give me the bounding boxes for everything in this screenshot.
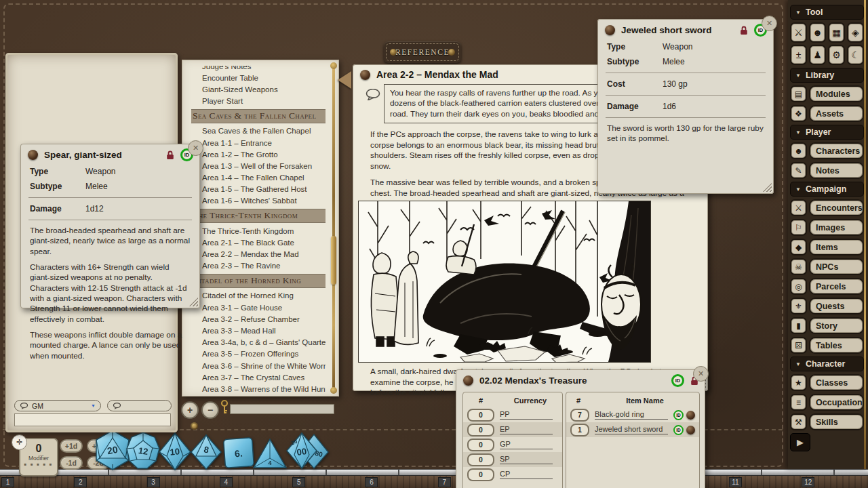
hotbar-slot[interactable]: 5: [292, 476, 365, 488]
close-icon[interactable]: ✕: [693, 366, 709, 382]
reference-index-entry[interactable]: Area 3-4a, b, c & d – Giants' Quarters: [191, 337, 326, 348]
quantity-stepper[interactable]: 0: [467, 468, 494, 481]
skills-button[interactable]: ⚒ Skills: [790, 413, 864, 430]
item-sphere-icon[interactable]: [605, 25, 615, 35]
reference-index-entry[interactable]: Area 1-4 – The Fallen Chapel: [191, 172, 326, 184]
hotbar-slot[interactable]: 3: [147, 476, 220, 488]
reference-index-entry[interactable]: Sea Caves & the Fallen Chapel: [191, 109, 326, 123]
reference-index-entry[interactable]: Player Start: [191, 96, 326, 107]
occupations-button[interactable]: ≡ Occupations: [790, 394, 864, 411]
play-button[interactable]: ▶: [790, 433, 810, 451]
quests-button[interactable]: ⚜ Quests: [790, 298, 864, 314]
reference-index-entry[interactable]: Area 3-2 – Refuse Chamber: [191, 313, 326, 325]
quantity-stepper[interactable]: 0: [467, 409, 494, 422]
reference-index-entry[interactable]: The Thrice-Tenth Kingdom: [191, 209, 326, 223]
reference-index-entry[interactable]: Encounter Table: [191, 72, 326, 83]
assets-button[interactable]: ❖ Assets: [790, 105, 864, 122]
reference-index-entry[interactable]: Giant-Sized Weapons: [191, 83, 326, 95]
d10-die[interactable]: 10: [158, 432, 192, 471]
tables-button[interactable]: ⚄ Tables: [790, 337, 864, 354]
zoom-in-button[interactable]: +: [181, 401, 199, 419]
images-button[interactable]: ⚐ Images: [790, 219, 864, 236]
chat-input[interactable]: [14, 413, 171, 426]
close-icon[interactable]: ✕: [762, 16, 777, 31]
sidebar-section-tool[interactable]: ▼ Tool: [790, 5, 864, 20]
parcel-item-name[interactable]: Black-gold ring: [595, 410, 668, 420]
reference-zoom-slider[interactable]: [230, 404, 334, 414]
reference-index-entry[interactable]: Area 3-8 – Warrens of the Wild Hunt: [191, 383, 326, 392]
reference-index-entry[interactable]: Area 3-6 – Shrine of the White Worm: [191, 360, 326, 371]
reference-index-entry[interactable]: Citadel of the Horned King: [191, 290, 326, 302]
sword-titlebar[interactable]: Jeweled short sword ID: [597, 19, 774, 39]
quantity-stepper[interactable]: 0: [467, 439, 494, 451]
d12-die[interactable]: 12: [126, 431, 160, 470]
sidebar-section-campaign[interactable]: ▼ Campaign: [790, 182, 864, 197]
parcel-item-row[interactable]: 7 Black-gold ring ID: [566, 407, 699, 422]
dice-adjust-button[interactable]: +1d: [60, 439, 83, 453]
close-icon[interactable]: ✕: [188, 140, 203, 156]
item-link-sphere-icon[interactable]: [686, 411, 695, 420]
story-link-sphere-icon[interactable]: [360, 70, 370, 80]
lighting-icon[interactable]: ☾: [847, 45, 864, 65]
reference-index-entry[interactable]: Area 1-3 – Well of the Forsaken: [191, 160, 326, 171]
reference-index-entry[interactable]: Area 2-2 – Mendax the Mad: [191, 248, 326, 260]
spear-titlebar[interactable]: Spear, giant-sized ID: [20, 144, 200, 164]
sidebar-section-player[interactable]: ▼ Player: [790, 125, 864, 140]
hotbar-slot[interactable]: 11: [729, 476, 802, 488]
sidebar-section-character[interactable]: ▼ Character: [790, 357, 864, 371]
reference-index-entry[interactable]: Area 1-6 – Witches' Sabbat: [191, 195, 326, 207]
resize-grip[interactable]: [763, 183, 772, 192]
d100-die[interactable]: 80 20 00: [285, 432, 330, 471]
scrollbar-handle[interactable]: [331, 236, 336, 285]
parcels-button[interactable]: ◎ Parcels: [790, 278, 864, 295]
encounters-button[interactable]: ⚔ Encounters: [790, 199, 864, 216]
reference-index-entry[interactable]: Sea Caves & the Fallen Chapel: [191, 125, 326, 137]
dice-adjust-button[interactable]: -1d: [60, 456, 83, 470]
id-badge[interactable]: ID: [671, 374, 684, 387]
notes-button[interactable]: ✎ Notes: [790, 162, 864, 179]
hotbar-slot[interactable]: 6: [365, 476, 437, 488]
items-button[interactable]: ◆ Items: [790, 239, 864, 256]
parcel-titlebar[interactable]: 02.02 Mendax's Treasure ID: [456, 369, 705, 390]
chat-mode-pill[interactable]: [107, 400, 172, 411]
hotbar-slot[interactable]: 4: [220, 476, 292, 488]
parcel-sphere-icon[interactable]: [463, 375, 473, 386]
item-sphere-icon[interactable]: [28, 150, 38, 160]
npcs-button[interactable]: ☠ NPCs: [790, 258, 864, 275]
d4-die[interactable]: 4: [252, 438, 288, 469]
modifier-drag-handle[interactable]: ✛: [12, 434, 27, 450]
quantity-stepper[interactable]: 0: [467, 453, 494, 466]
page-back-arrow[interactable]: [338, 71, 351, 89]
reference-index-entry[interactable]: Area 2-3 – The Ravine: [191, 260, 326, 272]
parcel-item-row[interactable]: 1 Jeweled short sword ID: [566, 422, 699, 437]
quantity-stepper[interactable]: 1: [570, 424, 589, 436]
d6-die[interactable]: 6.: [222, 436, 255, 469]
quantity-stepper[interactable]: 7: [570, 409, 589, 422]
reference-index-entry[interactable]: The Thrice-Tenth Kingdom: [191, 225, 326, 237]
reference-index-entry[interactable]: Area 1-1 – Entrance: [191, 137, 326, 148]
id-badge[interactable]: ID: [673, 410, 684, 420]
index-scrollbar[interactable]: [332, 66, 335, 390]
item-link-sphere-icon[interactable]: [686, 426, 695, 434]
hotbar-slot[interactable]: 12: [802, 476, 868, 488]
reference-index-entry[interactable]: Area 1-2 – The Grotto: [191, 148, 326, 160]
classes-button[interactable]: ★ Classes: [790, 374, 864, 391]
hotbar-slot[interactable]: 1: [1, 476, 74, 488]
modules-button[interactable]: ▤ Modules: [790, 85, 864, 102]
effects-icon[interactable]: ♟: [809, 45, 826, 65]
reference-index-entry[interactable]: Area 1-5 – The Gathered Host: [191, 184, 326, 195]
party-sheet-icon[interactable]: ☻: [809, 22, 826, 43]
reference-index-entry[interactable]: Area 3-7 – The Crystal Caves: [191, 371, 326, 383]
chat-speaker-dropdown[interactable]: GM ▼: [14, 400, 101, 411]
reference-index-entry[interactable]: Judge's Notes: [191, 66, 326, 72]
id-badge[interactable]: ID: [673, 425, 684, 435]
lock-icon[interactable]: [166, 150, 174, 160]
modifiers-icon[interactable]: ±: [790, 45, 807, 65]
zoom-out-button[interactable]: −: [201, 401, 219, 419]
reference-index-entry[interactable]: Area 3-3 – Mead Hall: [191, 325, 326, 336]
hotbar-slot[interactable]: 2: [74, 476, 146, 488]
reference-index-entry[interactable]: Citadel of the Horned King: [191, 274, 326, 288]
reference-index-entry[interactable]: Area 3-1 – Gate House: [191, 302, 326, 313]
parcel-item-name[interactable]: Jeweled short sword: [595, 425, 668, 434]
story-button[interactable]: ▮ Story: [790, 317, 864, 334]
